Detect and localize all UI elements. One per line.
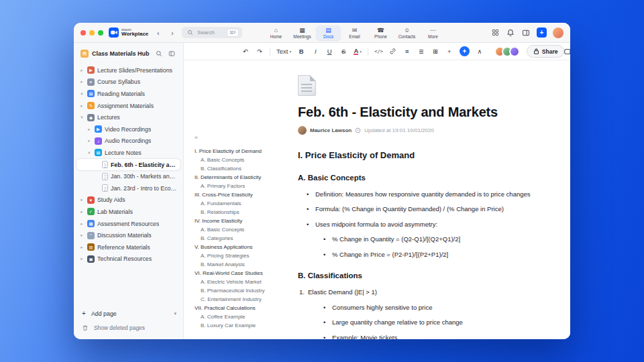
underline-button[interactable]: U bbox=[325, 47, 333, 56]
chevron-right-icon[interactable]: ▸ bbox=[87, 127, 92, 132]
outline-item[interactable]: A. Pricing Strategies bbox=[195, 251, 294, 260]
sidebar-item[interactable]: ▸▦Assessment Resources bbox=[76, 218, 180, 230]
sidebar-item[interactable]: Jan. 23rd - Intro to Econo... bbox=[76, 182, 180, 194]
sidebar-item[interactable]: ▸♪Audio Recordings bbox=[76, 135, 180, 147]
chevron-down-icon[interactable]: ▾ bbox=[79, 115, 85, 120]
code-button[interactable]: </> bbox=[374, 47, 383, 56]
undo-button[interactable]: ↶ bbox=[241, 47, 250, 56]
user-avatar[interactable] bbox=[553, 27, 564, 38]
chevron-down-icon[interactable]: ▾ bbox=[79, 91, 85, 97]
nav-tab-email[interactable]: ✉Email bbox=[342, 25, 367, 40]
insert-table-button[interactable]: ⊞ bbox=[431, 47, 439, 56]
italic-button[interactable]: I bbox=[311, 47, 319, 56]
outline-item[interactable]: VI. Real-World Case Studies bbox=[195, 269, 294, 278]
outline-item[interactable]: I. Price Elasticity of Demand bbox=[195, 147, 294, 156]
chevron-right-icon[interactable]: ▸ bbox=[79, 103, 85, 109]
sidebar-item-label: Lab Materials bbox=[97, 208, 133, 215]
nav-tab-label: Contacts bbox=[398, 34, 416, 39]
sidebar-item[interactable]: ▸▣Technical Resources bbox=[76, 253, 180, 265]
sidebar-item[interactable]: Jan. 30th - Markets and P... bbox=[76, 170, 180, 182]
global-search-input[interactable]: Search ⌘F bbox=[182, 27, 242, 38]
text-color-button[interactable]: A ▾ bbox=[354, 47, 362, 56]
chevron-right-icon[interactable]: ▸ bbox=[79, 79, 85, 84]
align-button[interactable]: ≣ bbox=[417, 47, 425, 56]
side-panel-toggle-icon[interactable] bbox=[521, 28, 531, 38]
text-style-dropdown[interactable]: Text ▾ bbox=[276, 47, 291, 56]
redo-button[interactable]: ↷ bbox=[256, 47, 264, 56]
outline-item[interactable]: II. Determinants of Elasticity bbox=[195, 173, 294, 182]
sidebar-item[interactable]: ▾▤Lecture Notes bbox=[76, 147, 180, 159]
sidebar-item[interactable]: ▸▥Reference Materials bbox=[76, 241, 180, 253]
sidebar-item[interactable]: ▸✎Assignment Materials bbox=[76, 100, 180, 112]
strikethrough-button[interactable]: S bbox=[339, 47, 347, 56]
outline-item[interactable]: A. Basic Concepts bbox=[195, 225, 294, 234]
new-item-plus-button[interactable]: + bbox=[537, 27, 547, 38]
outline-item[interactable]: A. Fundamentals bbox=[195, 199, 294, 208]
outline-item[interactable]: III. Cross-Price Elasticity bbox=[195, 190, 294, 199]
sidebar-item[interactable]: ▸✓Lab Materials bbox=[76, 206, 180, 218]
fullscreen-button[interactable] bbox=[98, 30, 103, 36]
outline-item[interactable]: A. Electric Vehicle Market bbox=[195, 278, 294, 286]
show-deleted-pages-button[interactable]: Show deleted pages bbox=[80, 323, 176, 333]
outline-item[interactable]: B. Pharmaceutical Industry bbox=[195, 286, 294, 295]
chevron-right-icon[interactable]: ▸ bbox=[79, 221, 85, 227]
bullet-list-button[interactable]: ≡ bbox=[403, 47, 411, 56]
outline-item[interactable]: V. Business Applications bbox=[195, 243, 294, 251]
nav-tab-meetings[interactable]: ▦Meetings bbox=[290, 25, 315, 40]
chevron-right-icon[interactable]: ▸ bbox=[79, 68, 85, 73]
sidebar-item[interactable]: ▸≡Course Syllabus bbox=[76, 76, 180, 88]
outline-item[interactable]: B. Classifications bbox=[195, 164, 294, 173]
ai-companion-button[interactable] bbox=[460, 46, 470, 56]
insert-plus-button[interactable]: + bbox=[445, 47, 453, 56]
outline-item[interactable]: B. Relationships bbox=[195, 208, 294, 217]
minimize-button[interactable] bbox=[89, 30, 95, 36]
nav-tab-phone[interactable]: ☎Phone bbox=[368, 25, 393, 40]
collaborator-avatar[interactable] bbox=[509, 46, 520, 57]
outline-item[interactable]: A. Basic Concepts bbox=[195, 156, 294, 164]
share-button[interactable]: Share bbox=[527, 45, 565, 58]
chevron-right-icon[interactable]: ▸ bbox=[79, 233, 85, 238]
bold-button[interactable]: B bbox=[297, 47, 305, 56]
chevron-down-icon[interactable]: ▾ bbox=[174, 311, 176, 316]
outline-collapse-icon[interactable]: « bbox=[195, 134, 294, 141]
apps-grid-icon[interactable] bbox=[490, 28, 500, 38]
outline-item[interactable]: B. Market Analysis bbox=[195, 260, 294, 269]
outline-item[interactable]: C. Entertainment Industry bbox=[195, 295, 294, 304]
forward-button[interactable]: › bbox=[168, 27, 176, 38]
notifications-bell-icon[interactable] bbox=[506, 28, 515, 38]
nav-tab-home[interactable]: ⌂Home bbox=[264, 25, 288, 40]
outline-item[interactable]: IV. Income Elasticity bbox=[195, 217, 294, 225]
link-button[interactable] bbox=[389, 48, 397, 55]
sidebar-search-icon[interactable] bbox=[154, 49, 164, 58]
sidebar-collapse-icon[interactable] bbox=[167, 49, 176, 58]
sidebar-item[interactable]: ▸▶Video Recordings bbox=[76, 123, 180, 135]
chevron-right-icon[interactable]: ▸ bbox=[79, 256, 85, 261]
chevron-right-icon[interactable]: ▸ bbox=[79, 245, 85, 250]
add-page-button[interactable]: + Add page ▾ bbox=[80, 310, 176, 317]
chevron-right-icon[interactable]: ▸ bbox=[87, 138, 92, 143]
nav-tab-contacts[interactable]: ☺Contacts bbox=[394, 25, 419, 40]
nav-tab-docs[interactable]: ▤Docs bbox=[316, 25, 341, 40]
back-button[interactable]: ‹ bbox=[154, 27, 162, 38]
sidebar-item[interactable]: ▸▶Lecture Slides/Presentations bbox=[76, 64, 180, 76]
chevron-down-icon[interactable]: ▾ bbox=[87, 150, 92, 156]
video-camera-icon[interactable] bbox=[564, 47, 570, 56]
sidebar-item[interactable]: ▾◆Lectures bbox=[76, 111, 180, 123]
nav-tab-more[interactable]: ⋯More bbox=[421, 25, 445, 40]
document-title[interactable]: Feb. 6th - Elasticity and Markets bbox=[298, 105, 534, 120]
close-button[interactable] bbox=[80, 30, 86, 36]
sidebar-item[interactable]: ▸“Discussion Materials bbox=[76, 229, 180, 241]
collapse-toolbar-button[interactable]: ∧ bbox=[476, 47, 484, 56]
outline-item[interactable]: A. Primary Factors bbox=[195, 182, 294, 190]
document-body[interactable]: Feb. 6th - Elasticity and Markets Mauric… bbox=[298, 75, 534, 339]
sidebar-item[interactable]: ▾▤Reading Materials bbox=[76, 88, 180, 100]
outline-item[interactable]: A. Coffee Example bbox=[195, 312, 294, 321]
sidebar-item[interactable]: ▸♥Study Aids bbox=[76, 194, 180, 206]
outline-item[interactable]: B. Luxury Car Example bbox=[195, 321, 294, 330]
outline-item[interactable]: B. Categories bbox=[195, 234, 294, 243]
sidebar-item[interactable]: Feb. 6th - Elasticity and M... bbox=[76, 159, 180, 171]
outline-item[interactable]: VII. Practical Calculations bbox=[195, 304, 294, 312]
chevron-right-icon[interactable]: ▸ bbox=[79, 197, 85, 202]
doc-scroll-area[interactable]: « I. Price Elasticity of DemandA. Basic … bbox=[184, 60, 570, 339]
chevron-right-icon[interactable]: ▸ bbox=[79, 209, 85, 215]
